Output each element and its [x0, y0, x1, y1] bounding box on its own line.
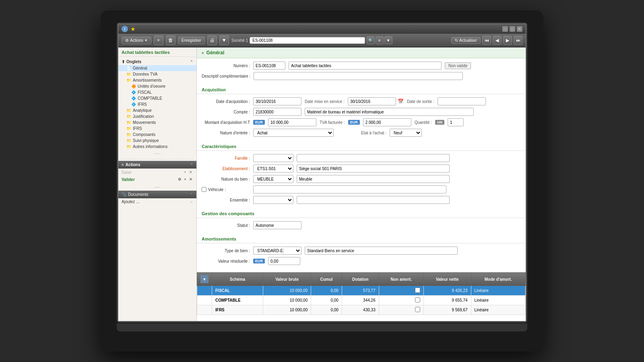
statut-label: Statut : [202, 223, 250, 228]
filter-arrow[interactable]: ▼ [384, 36, 392, 44]
col-filter[interactable]: ▼ [197, 273, 212, 286]
nav-prev-button[interactable]: ◀ [493, 36, 502, 45]
na-fiscal-cb[interactable] [415, 288, 420, 293]
sidebar-item-comptable[interactable]: 💠 COMPTABLE [118, 95, 196, 101]
calendar-icon[interactable]: 📅 [398, 99, 404, 104]
unites-label: Unités d'oeuvre [138, 84, 165, 88]
na-comptable-cb[interactable] [415, 297, 420, 302]
ensemble-select[interactable] [253, 196, 293, 204]
ifrs-label: IFRS [138, 102, 147, 107]
compte-desc-input[interactable] [305, 108, 474, 116]
type-bien-desc-input[interactable] [305, 247, 458, 255]
sidebar-item-analytique[interactable]: 📁 Analytique [118, 107, 196, 113]
valider-x-icon[interactable]: ✕ [188, 177, 193, 182]
etablissement-desc-input[interactable] [297, 165, 450, 173]
print-arrow-button[interactable]: ▼ [219, 35, 229, 45]
nature-bien-label: Nature du bien : [202, 177, 250, 181]
nav-last-button[interactable]: ⏭ [514, 36, 522, 45]
sidebar-item-donnees-tva[interactable]: 📁 Données TVA [118, 71, 196, 77]
add-doc-arrow[interactable]: → [189, 200, 193, 204]
sidebar-item-ifrs[interactable]: 💠 IFRS [118, 101, 196, 107]
sidebar-item-unites[interactable]: 🔶 Unités d'oeuvre [118, 83, 196, 89]
sidebar-item-amortissements[interactable]: 📁 Amortissements [118, 77, 196, 83]
ensemble-desc-input[interactable] [297, 196, 450, 204]
nature-bien-desc-input[interactable] [297, 175, 450, 183]
close-button[interactable]: ✕ [517, 26, 522, 32]
justification-icon: 📁 [126, 114, 131, 119]
acquisition-title: Acquisition [197, 86, 526, 94]
documents-icon: 📎 [122, 192, 126, 197]
type-bien-label: Type de bien : [202, 249, 250, 253]
actualiser-button[interactable]: ↻ Actualiser [451, 37, 481, 44]
table-row-ifrs[interactable]: IFRS 10 000,00 0,00 430,33 9 569,67 Liné… [197, 305, 526, 315]
date-service-input[interactable] [348, 97, 396, 105]
tva-label: TVA facturée : [320, 120, 345, 125]
sidebar-item-general[interactable]: 📄 Général [118, 65, 196, 71]
nature-bien-select[interactable]: MEUBLE [253, 175, 293, 183]
vehicule-checkbox[interactable] [202, 187, 206, 192]
row-indicator-fiscal [197, 286, 212, 296]
mode-comptable: Linéaire [471, 296, 525, 305]
type-bien-select[interactable]: STANDARD-E: [253, 247, 301, 255]
table-row-fiscal[interactable]: FISCAL 10 000,00 0,00 573,77 9 426,23 Li… [197, 286, 526, 296]
nav-next-button[interactable]: ▶ [503, 36, 512, 45]
sidebar-item-justification[interactable]: 📁 Justification [118, 113, 196, 119]
filter-icon[interactable]: ▼ [200, 275, 208, 283]
maximize-button[interactable]: □ [510, 26, 515, 32]
action-saisir[interactable]: Saisir + ✕ [118, 169, 196, 176]
list-icon[interactable]: ≡ [376, 36, 384, 44]
minimize-button[interactable]: – [502, 26, 508, 32]
add-document[interactable]: Ajoutez ... → [118, 198, 196, 205]
sidebar-item-ifrs2[interactable]: 📁 IFRS [118, 125, 196, 132]
actions-button[interactable]: ⚙ Actions ▼ [122, 37, 151, 44]
etablissement-select[interactable]: ETS1-S01 [253, 165, 293, 173]
famille-desc-input[interactable] [297, 154, 450, 162]
add-button[interactable]: + [154, 35, 163, 45]
compte-input[interactable] [253, 108, 301, 116]
action-valider[interactable]: Valider ⚙ + ✕ [118, 176, 196, 183]
famille-select[interactable] [253, 154, 293, 162]
saisir-x-icon[interactable]: ✕ [188, 170, 193, 175]
onglets-expand-icon: ⬆ [122, 60, 125, 64]
designation-input[interactable] [289, 62, 442, 70]
sidebar-item-autres[interactable]: 📁 Autres informations [118, 144, 196, 150]
descriptif-input[interactable] [254, 72, 463, 80]
valeur-res-input[interactable] [268, 257, 300, 265]
sidebar-item-fiscal[interactable]: 💠 FISCAL [118, 89, 196, 95]
print-button[interactable]: 🖨 [207, 35, 217, 45]
nature-select[interactable]: Achat [253, 129, 334, 137]
statut-input[interactable] [253, 221, 301, 229]
delete-button[interactable]: 🗑 [166, 35, 175, 45]
numero-input[interactable] [253, 62, 285, 70]
documents-section-header[interactable]: 📎 Documents ⌃ [118, 191, 196, 198]
na-ifrs-cb[interactable] [415, 307, 420, 312]
sidebar-item-suivi[interactable]: 📁 Suivi physique [118, 138, 196, 144]
montant-input[interactable] [268, 118, 316, 126]
currency2-badge: EUR [348, 120, 360, 125]
valider-add-icon[interactable]: + [183, 177, 188, 182]
row-indicator-ifrs [197, 305, 212, 315]
search-input[interactable] [250, 37, 365, 44]
tva-input[interactable] [363, 118, 411, 126]
date-sortie-input[interactable] [438, 97, 486, 105]
vn-ifrs: 9 569,67 [423, 305, 471, 315]
nav-first-button[interactable]: ⏮ [482, 36, 491, 45]
actions-icon: ≡ [122, 162, 124, 167]
col-valeur-nette: Valeur nette [423, 273, 471, 286]
vehicule-input[interactable] [253, 185, 446, 193]
search-icon[interactable]: 🔍 [367, 36, 375, 44]
sidebar-item-composants[interactable]: 📁 Composants [118, 132, 196, 138]
table-row-comptable[interactable]: COMPTABLE 10 000,00 0,00 344,26 9 655,74… [197, 296, 526, 305]
date-acq-input[interactable] [253, 97, 301, 105]
onglets-header[interactable]: ⬆ Onglets ⌃ [118, 58, 196, 65]
cumul-comptable: 0,00 [311, 296, 342, 305]
enregistrer-button[interactable]: Enregistrer [178, 37, 205, 44]
saisir-add-icon[interactable]: + [183, 170, 188, 175]
sidebar-item-mouvements[interactable]: 📁 Mouvements [118, 119, 196, 125]
quantite-input[interactable] [448, 118, 464, 126]
actions-section-header[interactable]: ≡ Actions ⌃ [118, 161, 196, 169]
etat-select[interactable]: Neuf [390, 129, 422, 137]
favorite-star[interactable]: ★ [130, 26, 136, 32]
valeur-currency-badge: EUR [253, 259, 265, 263]
valider-gear-icon[interactable]: ⚙ [177, 177, 182, 182]
